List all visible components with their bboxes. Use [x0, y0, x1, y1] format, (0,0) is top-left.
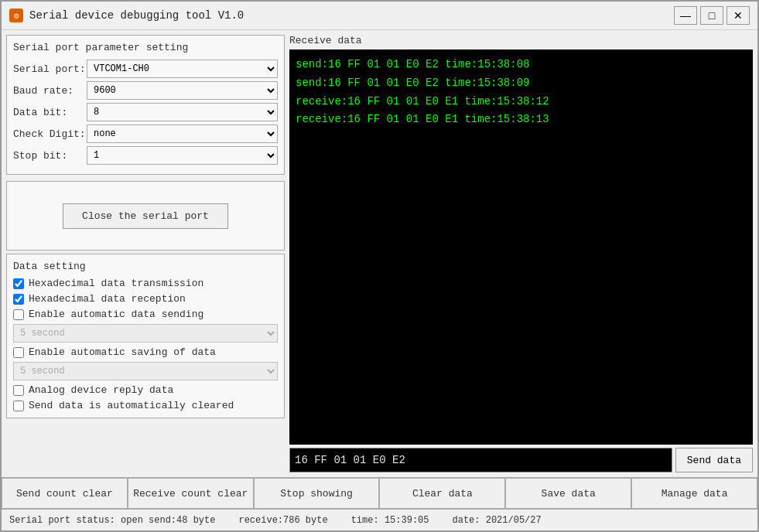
receive-line: send:16 FF 01 01 E0 E2 time:15:38:08 — [296, 56, 747, 74]
window-title: Serial device debugging tool V1.0 — [29, 9, 668, 22]
right-panel: Receive data send:16 FF 01 01 E0 E2 time… — [289, 35, 753, 472]
receive-line: send:16 FF 01 01 E0 E2 time:15:38:09 — [296, 74, 747, 93]
serial-port-label: Serial port: — [13, 63, 87, 75]
send-data-button[interactable]: Send data — [675, 448, 753, 472]
analog-reply-checkbox[interactable] — [13, 385, 24, 396]
auto-send-label: Enable automatic data sending — [29, 309, 203, 320]
title-bar: ⚙ Serial device debugging tool V1.0 — □ … — [2, 2, 757, 30]
window-controls: — □ ✕ — [674, 6, 750, 25]
maximize-button[interactable]: □ — [700, 6, 723, 25]
analog-reply-row: Analog device reply data — [13, 384, 278, 396]
port-status: Serial port status: open send:48 byte — [9, 515, 215, 526]
receive-area: send:16 FF 01 01 E0 E2 time:15:38:08send… — [289, 49, 753, 445]
data-bit-row: Data bit: 8 — [13, 103, 278, 121]
send-input[interactable] — [289, 448, 672, 472]
data-bit-select[interactable]: 8 — [87, 103, 278, 121]
baud-rate-row: Baud rate: 9600 — [13, 81, 278, 100]
auto-send-checkbox[interactable] — [13, 309, 24, 320]
minimize-button[interactable]: — — [674, 6, 697, 25]
serial-settings-label: Serial port parameter setting — [13, 42, 278, 53]
left-panel: Serial port parameter setting Serial por… — [6, 35, 285, 472]
check-digit-row: Check Digit: none — [13, 124, 278, 143]
date-status: date: 2021/05/27 — [453, 515, 542, 526]
hex-rx-row: Hexadecimal data reception — [13, 293, 278, 305]
auto-clear-row: Send data is automatically cleared — [13, 400, 278, 411]
auto-send-row: Enable automatic data sending — [13, 309, 278, 320]
stop-bit-row: Stop bit: 1 — [13, 146, 278, 165]
hex-tx-row: Hexadecimal data transmission — [13, 278, 278, 289]
auto-clear-checkbox[interactable] — [13, 401, 24, 411]
auto-save-label: Enable automatic saving of data — [29, 346, 216, 358]
action-button-row: Send count clear Receive count clear Sto… — [2, 477, 757, 509]
status-bar: Serial port status: open send:48 byte re… — [2, 509, 757, 530]
stop-bit-select[interactable]: 1 — [87, 146, 278, 165]
receive-count-status: receive:786 byte — [238, 515, 327, 526]
app-icon: ⚙ — [9, 9, 23, 22]
bottom-bar: Send count clear Receive count clear Sto… — [2, 477, 757, 530]
close-port-button[interactable]: Close the serial port — [63, 203, 228, 229]
auto-save-checkbox[interactable] — [13, 347, 24, 358]
manage-data-button[interactable]: Manage data — [631, 478, 757, 509]
send-count-clear-button[interactable]: Send count clear — [2, 478, 128, 509]
time-status: time: 15:39:05 — [351, 515, 429, 526]
hex-rx-checkbox[interactable] — [13, 294, 24, 305]
save-data-button[interactable]: Save data — [505, 478, 631, 509]
serial-settings-panel: Serial port parameter setting Serial por… — [6, 35, 285, 175]
check-digit-label: Check Digit: — [13, 128, 87, 140]
auto-clear-label: Send data is automatically cleared — [29, 400, 234, 411]
auto-save-row: Enable automatic saving of data — [13, 346, 278, 358]
stop-bit-label: Stop bit: — [13, 150, 87, 162]
main-content: Serial port parameter setting Serial por… — [2, 30, 757, 477]
hex-tx-checkbox[interactable] — [13, 278, 24, 289]
baud-rate-select[interactable]: 9600 — [87, 81, 278, 100]
receive-section-label: Receive data — [289, 35, 753, 46]
receive-line: receive:16 FF 01 01 E0 E1 time:15:38:12 — [296, 93, 747, 111]
hex-tx-label: Hexadecimal data transmission — [29, 278, 203, 289]
main-window: ⚙ Serial device debugging tool V1.0 — □ … — [0, 0, 759, 532]
port-button-area: Close the serial port — [6, 181, 285, 251]
serial-port-select[interactable]: VTCOM1-CH0 — [87, 60, 278, 78]
baud-rate-label: Baud rate: — [13, 85, 87, 97]
receive-count-clear-button[interactable]: Receive count clear — [128, 478, 254, 509]
hex-rx-label: Hexadecimal data reception — [29, 293, 186, 305]
clear-data-button[interactable]: Clear data — [379, 478, 505, 509]
check-digit-select[interactable]: none — [87, 124, 278, 143]
auto-send-interval-select: 5 second — [13, 324, 278, 343]
data-settings-label: Data setting — [13, 261, 278, 272]
send-row: Send data — [289, 448, 753, 472]
serial-port-row: Serial port: VTCOM1-CH0 — [13, 60, 278, 78]
close-button[interactable]: ✕ — [727, 6, 750, 25]
data-bit-label: Data bit: — [13, 107, 87, 118]
auto-save-interval-select: 5 second — [13, 362, 278, 380]
receive-line: receive:16 FF 01 01 E0 E1 time:15:38:13 — [296, 111, 747, 129]
data-settings-panel: Data setting Hexadecimal data transmissi… — [6, 254, 285, 418]
analog-reply-label: Analog device reply data — [29, 384, 173, 396]
stop-showing-button[interactable]: Stop showing — [254, 478, 380, 509]
